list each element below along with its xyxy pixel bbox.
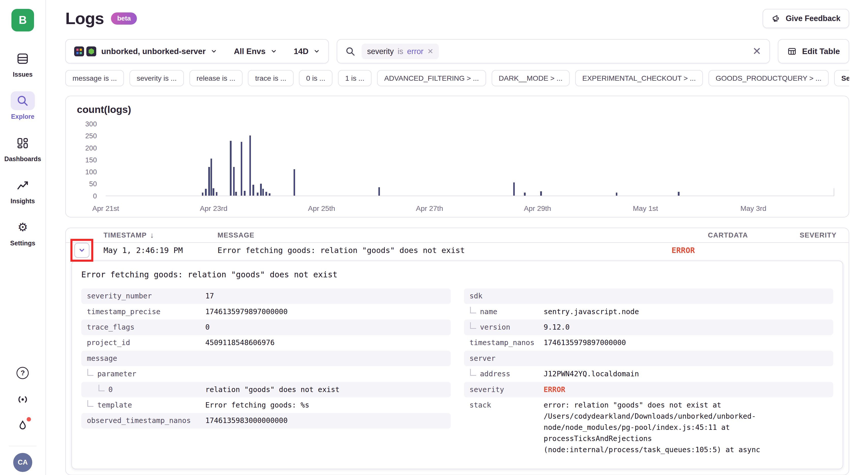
- column-header-severity[interactable]: SEVERITY: [760, 231, 849, 239]
- y-tick-label: 250: [85, 132, 97, 140]
- search-filter-token[interactable]: severity is error ✕: [362, 44, 439, 59]
- field-value: 17: [205, 291, 445, 302]
- search-clear-icon[interactable]: ✕: [752, 46, 761, 57]
- log-timestamp: May 1, 2:46:19 PM: [98, 246, 212, 255]
- field-key: address: [470, 368, 544, 380]
- chart-bar: [241, 142, 243, 195]
- field-key: name: [470, 306, 544, 317]
- field-key: stack: [470, 400, 544, 455]
- field-key: 0: [87, 384, 206, 395]
- field-value: 1746135979897000000: [544, 337, 828, 348]
- user-avatar[interactable]: CA: [13, 453, 32, 472]
- search-icon: [11, 91, 35, 110]
- field-key: project_id: [87, 337, 206, 348]
- sidebar-item-settings[interactable]: ⚙ Settings: [10, 218, 35, 247]
- chart-bar: [244, 191, 246, 196]
- project-icons: [74, 46, 96, 56]
- environment-selector[interactable]: All Envs: [225, 40, 285, 63]
- field-value: 1746135979897000000: [205, 306, 445, 317]
- detail-field-message: message: [81, 351, 451, 366]
- chart-bar: [235, 192, 237, 196]
- column-header-message[interactable]: MESSAGE: [212, 231, 666, 239]
- token-remove-icon[interactable]: ✕: [427, 48, 433, 55]
- flame-icon: [16, 419, 29, 433]
- sidebar-item-label: Explore: [11, 113, 34, 120]
- help-icon: ?: [17, 367, 29, 379]
- detail-field-observed_timestamp_nanos: observed_timestamp_nanos1746135983000000…: [81, 413, 451, 429]
- chart-bar: [216, 192, 218, 195]
- edit-table-label: Edit Table: [802, 47, 840, 56]
- filter-chip[interactable]: 0 is ...: [299, 70, 333, 86]
- project-selector[interactable]: unborked, unborked-server: [66, 40, 225, 63]
- help-button[interactable]: ?: [14, 365, 31, 381]
- logs-chart-panel: count(logs) 050100150200250300 Apr 21stA…: [65, 96, 849, 218]
- sidebar-item-explore[interactable]: Explore: [11, 91, 35, 120]
- detail-field-server: server: [464, 351, 833, 366]
- filter-chip[interactable]: message is ...: [65, 70, 124, 86]
- chart-bar: [257, 193, 258, 195]
- y-tick-label: 100: [85, 168, 97, 176]
- x-tick-label: May 3rd: [740, 204, 766, 213]
- filter-chip[interactable]: ADVANCED_FILTERING > ...: [377, 70, 486, 86]
- log-detail-panel: Error fetching goods: relation "goods" d…: [71, 261, 843, 469]
- column-header-cartdata[interactable]: CARTDATA: [666, 231, 760, 239]
- expand-log-row-button[interactable]: [74, 243, 89, 258]
- chart-bar: [208, 167, 210, 196]
- filter-chip[interactable]: See full list: [834, 70, 849, 86]
- log-table-row[interactable]: May 1, 2:46:19 PM Error fetching goods: …: [66, 243, 849, 258]
- insights-icon: [11, 176, 35, 195]
- detail-field-0: 0relation "goods" does not exist: [81, 382, 451, 397]
- chart-bar: [378, 187, 380, 196]
- whats-new-button[interactable]: [14, 418, 31, 434]
- give-feedback-label: Give Feedback: [786, 14, 840, 23]
- filter-chip[interactable]: DARK__MODE > ...: [492, 70, 569, 86]
- sidebar-divider: [9, 446, 37, 446]
- detail-field-stack: stackerror: relation "goods" does not ex…: [464, 397, 833, 457]
- org-logo[interactable]: B: [11, 9, 34, 31]
- chart-bar: [230, 141, 231, 196]
- expand-cell: [66, 243, 98, 258]
- column-header-timestamp[interactable]: TIMESTAMP ↓: [98, 231, 212, 240]
- token-operator: is: [398, 47, 403, 56]
- tree-elbow-icon: [87, 369, 93, 376]
- dashboards-icon: [11, 134, 35, 152]
- search-input[interactable]: severity is error ✕ ✕: [337, 39, 770, 63]
- filter-chip[interactable]: severity is ...: [129, 70, 184, 86]
- page-filter-group: unborked, unborked-server All Envs 14D: [65, 39, 329, 63]
- field-value: 0: [205, 322, 445, 333]
- field-key: observed_timestamp_nanos: [87, 415, 206, 426]
- sort-desc-icon[interactable]: ↓: [150, 231, 154, 240]
- y-tick-label: 0: [93, 192, 97, 200]
- chart-bar: [513, 182, 515, 196]
- project-icon-unborked: [74, 46, 84, 56]
- detail-kv-left: severity_number17timestamp_precise174613…: [81, 289, 451, 429]
- sidebar-item-insights[interactable]: Insights: [10, 176, 35, 205]
- sidebar-item-dashboards[interactable]: Dashboards: [4, 134, 41, 163]
- broadcast-button[interactable]: [14, 392, 31, 407]
- field-value: [544, 291, 828, 302]
- y-tick-label: 300: [85, 120, 97, 128]
- search-icon: [345, 46, 355, 56]
- edit-table-button[interactable]: Edit Table: [778, 39, 849, 63]
- chart-title: count(logs): [77, 104, 838, 115]
- field-key: severity: [470, 384, 544, 395]
- date-range-selector[interactable]: 14D: [285, 40, 328, 63]
- filter-chip[interactable]: release is ...: [189, 70, 243, 86]
- filter-chip[interactable]: GOODS_PRODUCTQUERY > ...: [709, 70, 829, 86]
- sidebar-item-issues[interactable]: Issues: [11, 49, 35, 78]
- sidebar-item-label: Insights: [10, 197, 35, 205]
- field-value: 9.12.0: [544, 322, 828, 333]
- column-label: TIMESTAMP: [103, 231, 147, 239]
- give-feedback-button[interactable]: Give Feedback: [763, 9, 849, 28]
- filter-chip[interactable]: trace is ...: [248, 70, 293, 86]
- notification-dot: [27, 417, 31, 421]
- field-value: J12PWN42YQ.localdomain: [544, 368, 828, 380]
- tree-elbow-icon: [98, 385, 105, 391]
- chart-plot-area[interactable]: [106, 124, 834, 196]
- filter-chip[interactable]: EXPERIMENTAL_CHECKOUT > ...: [575, 70, 703, 86]
- chart-bar: [524, 193, 526, 195]
- filter-chip[interactable]: 1 is ...: [338, 70, 372, 86]
- field-key: timestamp_nanos: [470, 337, 544, 348]
- chart-bar: [269, 193, 271, 195]
- chart-bar: [540, 191, 542, 196]
